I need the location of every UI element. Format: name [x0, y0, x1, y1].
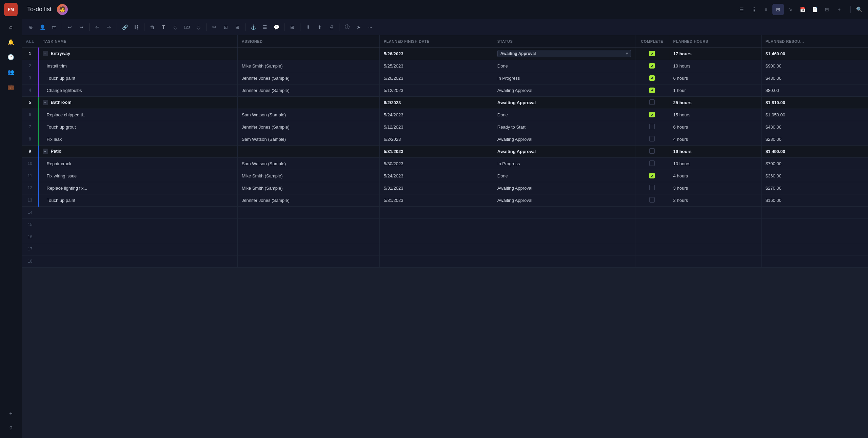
redo-button[interactable]: ↪	[76, 22, 86, 32]
view-add[interactable]: +	[833, 4, 845, 15]
complete-cell[interactable]	[635, 145, 669, 157]
complete-cell[interactable]	[635, 72, 669, 84]
complete-cell[interactable]	[635, 157, 669, 170]
group-toggle[interactable]: −	[43, 100, 48, 105]
status-cell[interactable]: Awaiting Approval	[493, 182, 635, 194]
paste-button[interactable]: ⊞	[232, 22, 242, 32]
group-toggle[interactable]: −	[43, 51, 48, 56]
complete-checkbox[interactable]	[649, 99, 655, 105]
unlink-button[interactable]: ⛓	[131, 22, 141, 32]
empty-task-cell[interactable]	[39, 231, 237, 243]
status-cell[interactable]: Done	[493, 109, 635, 121]
complete-checkbox[interactable]	[649, 160, 655, 166]
complete-checkbox[interactable]	[649, 63, 655, 69]
complete-cell[interactable]	[635, 84, 669, 96]
status-cell[interactable]: Awaiting Approval ▾	[493, 47, 635, 60]
empty-task-cell[interactable]	[39, 243, 237, 255]
add-task-button[interactable]: ⊕	[26, 22, 36, 32]
status-cell[interactable]: In Progress	[493, 157, 635, 170]
number-button[interactable]: 123	[182, 22, 192, 32]
task-name-cell[interactable]: Install trim	[39, 60, 237, 72]
undo-button[interactable]: ↩	[65, 22, 75, 32]
status-cell[interactable]: Done	[493, 60, 635, 72]
download-button[interactable]: ⬇	[303, 22, 313, 32]
complete-cell[interactable]	[635, 182, 669, 194]
complete-cell[interactable]	[635, 60, 669, 72]
delete-button[interactable]: 🗑	[147, 22, 157, 32]
status-cell[interactable]: Ready to Start	[493, 121, 635, 133]
comment-button[interactable]: 💬	[271, 22, 281, 32]
anchor-button[interactable]: ⚓	[248, 22, 258, 32]
view-table[interactable]: ⊞	[772, 4, 784, 15]
empty-task-cell[interactable]	[39, 255, 237, 267]
empty-task-cell[interactable]	[39, 206, 237, 218]
task-name-cell[interactable]: Touch up paint	[39, 72, 237, 84]
app-logo[interactable]: PM	[4, 3, 18, 16]
complete-cell[interactable]	[635, 47, 669, 60]
complete-cell[interactable]	[635, 133, 669, 145]
complete-checkbox[interactable]	[649, 112, 655, 117]
complete-checkbox[interactable]	[649, 124, 655, 129]
view-calendar[interactable]: 📅	[797, 4, 808, 15]
task-name-cell[interactable]: Touch up grout	[39, 121, 237, 133]
indent-button[interactable]: ⇒	[104, 22, 114, 32]
task-name-cell[interactable]: Fix leak	[39, 133, 237, 145]
status-cell[interactable]: Awaiting Approval	[493, 194, 635, 206]
search-icon[interactable]: 🔍	[856, 6, 863, 13]
status-cell[interactable]: Done	[493, 170, 635, 182]
send-button[interactable]: ➤	[354, 22, 364, 32]
status-cell[interactable]: Awaiting Approval	[493, 96, 635, 109]
task-name-cell[interactable]: Replace chipped ti...	[39, 109, 237, 121]
status-cell[interactable]: Awaiting Approval	[493, 133, 635, 145]
task-name-cell[interactable]: Repair crack	[39, 157, 237, 170]
complete-cell[interactable]	[635, 109, 669, 121]
complete-cell[interactable]	[635, 96, 669, 109]
sidebar-add-button[interactable]: +	[4, 407, 18, 420]
text-format-button[interactable]: T	[159, 22, 169, 32]
view-docs[interactable]: 📄	[809, 4, 821, 15]
more-button[interactable]: ···	[365, 22, 375, 32]
list-button[interactable]: ☰	[260, 22, 270, 32]
outdent-button[interactable]: ⇐	[92, 22, 102, 32]
view-gantt[interactable]: ≡	[760, 4, 772, 15]
complete-cell[interactable]	[635, 121, 669, 133]
sidebar-item-recent[interactable]: 🕐	[4, 50, 18, 64]
status-dropdown[interactable]: Awaiting Approval ▾	[497, 50, 631, 57]
complete-cell[interactable]	[635, 194, 669, 206]
columns-button[interactable]: ⊞	[287, 22, 297, 32]
sidebar-item-notifications[interactable]: 🔔	[4, 35, 18, 49]
status-cell[interactable]: Awaiting Approval	[493, 145, 635, 157]
task-name-cell[interactable]: Change lightbulbs	[39, 84, 237, 96]
copy-button[interactable]: ⊡	[221, 22, 231, 32]
view-workload[interactable]: ⊟	[821, 4, 833, 15]
upload-button[interactable]: ⬆	[315, 22, 325, 32]
info-button[interactable]: ⓘ	[342, 22, 352, 32]
status-cell[interactable]: In Progress	[493, 72, 635, 84]
complete-checkbox[interactable]	[649, 75, 655, 81]
group-toggle[interactable]: −	[43, 149, 48, 154]
convert-button[interactable]: ⇄	[49, 22, 59, 32]
complete-checkbox[interactable]	[649, 185, 655, 190]
assign-button[interactable]: 👤	[37, 22, 47, 32]
link-button[interactable]: 🔗	[120, 22, 130, 32]
complete-checkbox[interactable]	[649, 88, 655, 93]
status-cell[interactable]: Awaiting Approval	[493, 84, 635, 96]
task-name-cell[interactable]: Touch up paint	[39, 194, 237, 206]
view-board[interactable]: ⣿	[748, 4, 760, 15]
task-name-cell[interactable]: −Bathroom	[39, 96, 237, 109]
view-list[interactable]: ☰	[736, 4, 747, 15]
task-name-cell[interactable]: −Patio	[39, 145, 237, 157]
complete-checkbox[interactable]	[649, 173, 655, 178]
task-name-cell[interactable]: −Entryway	[39, 47, 237, 60]
complete-checkbox[interactable]	[649, 148, 655, 154]
tag-button[interactable]: ◇	[170, 22, 180, 32]
sidebar-item-people[interactable]: 👥	[4, 65, 18, 79]
sidebar-help-button[interactable]: ?	[4, 422, 18, 435]
empty-task-cell[interactable]	[39, 218, 237, 231]
shape-button[interactable]: ◇	[193, 22, 203, 32]
task-name-cell[interactable]: Replace lighting fix...	[39, 182, 237, 194]
complete-cell[interactable]	[635, 170, 669, 182]
sidebar-item-home[interactable]: ⌂	[4, 20, 18, 34]
cut-button[interactable]: ✂	[209, 22, 219, 32]
complete-checkbox[interactable]	[649, 136, 655, 141]
